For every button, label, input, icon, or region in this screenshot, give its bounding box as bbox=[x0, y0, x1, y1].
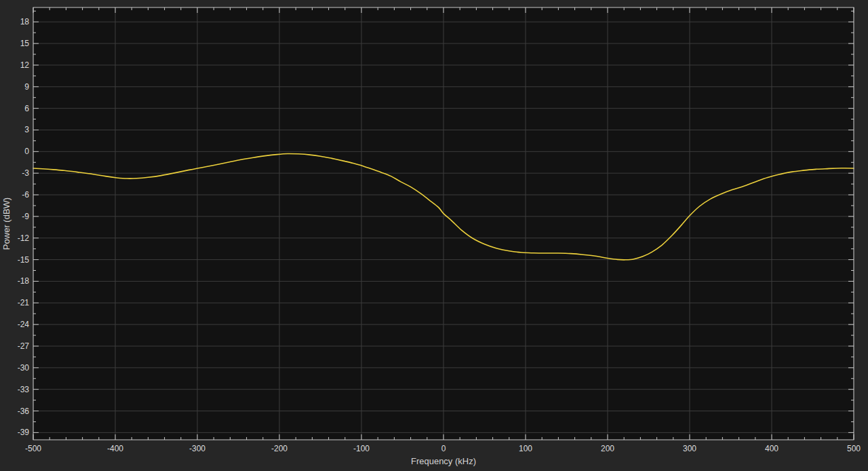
y-tick-labels: 1815129630-3-6-9-12-15-18-21-24-27-30-33… bbox=[18, 17, 30, 437]
y-tick-label: -36 bbox=[18, 407, 30, 416]
x-tick-label: -400 bbox=[107, 444, 123, 453]
y-tick-label: 6 bbox=[24, 104, 29, 113]
y-tick-label: 0 bbox=[24, 147, 29, 156]
x-tick-labels: -500-400-300-200-1000100200300400500 bbox=[25, 444, 861, 453]
x-tick-label: -100 bbox=[353, 444, 370, 453]
y-tick-label: -12 bbox=[18, 233, 30, 243]
x-tick-label: -200 bbox=[271, 444, 288, 453]
y-tick-label: -3 bbox=[22, 168, 29, 178]
x-tick-label: 100 bbox=[519, 444, 532, 453]
spectrum-analyzer-figure: -500-400-300-200-1000100200300400500 181… bbox=[0, 0, 868, 471]
y-tick-label: -6 bbox=[22, 190, 29, 200]
x-tick-label: -300 bbox=[189, 444, 205, 453]
spectrum-plot: -500-400-300-200-1000100200300400500 181… bbox=[0, 0, 868, 471]
y-tick-label: -15 bbox=[18, 255, 30, 265]
x-tick-label: 400 bbox=[765, 444, 778, 453]
x-tick-label: 0 bbox=[441, 444, 446, 453]
y-axis-label: Power (dBW) bbox=[1, 197, 12, 250]
y-tick-label: 9 bbox=[24, 82, 29, 92]
y-tick-label: 12 bbox=[20, 60, 30, 70]
y-tick-label: -9 bbox=[22, 212, 29, 221]
y-tick-label: -24 bbox=[18, 320, 30, 329]
x-tick-label: -500 bbox=[25, 444, 41, 453]
y-tick-label: -39 bbox=[18, 428, 30, 437]
x-tick-label: 500 bbox=[847, 444, 861, 453]
y-tick-label: -21 bbox=[18, 298, 30, 307]
y-tick-label: -33 bbox=[18, 385, 30, 394]
y-tick-label: -18 bbox=[18, 276, 30, 286]
x-tick-label: 200 bbox=[601, 444, 614, 453]
y-tick-label: 3 bbox=[24, 125, 29, 134]
x-tick-label: 300 bbox=[683, 444, 696, 453]
x-axis-label: Frequency (kHz) bbox=[411, 456, 476, 466]
y-tick-label: -30 bbox=[18, 363, 30, 373]
y-tick-label: 15 bbox=[20, 39, 30, 48]
y-tick-label: -27 bbox=[18, 341, 30, 351]
y-tick-label: 18 bbox=[20, 17, 30, 26]
